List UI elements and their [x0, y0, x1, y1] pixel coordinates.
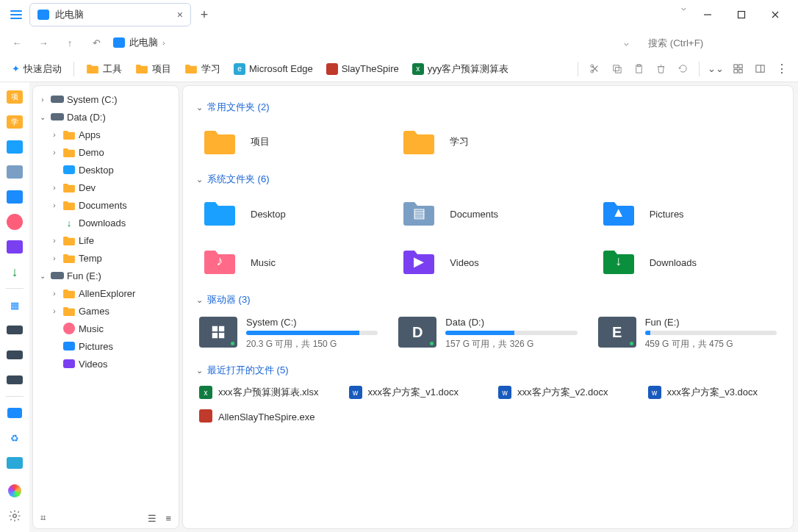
copy-icon[interactable] — [608, 60, 625, 78]
section-favorites[interactable]: ⌄ 常用文件夹 (2) — [196, 101, 780, 114]
launcher-pin-1[interactable]: 项 — [4, 87, 25, 107]
launcher-pin-2[interactable]: 学 — [4, 112, 25, 132]
up-button[interactable]: ↑ — [60, 33, 79, 52]
more-icon[interactable]: ⋮ — [773, 60, 791, 78]
close-button[interactable] — [758, 3, 792, 26]
tree-expander[interactable]: ⌄ — [37, 272, 48, 280]
hamburger-button[interactable] — [6, 4, 26, 25]
panel-toggle-icon[interactable] — [751, 60, 769, 78]
launcher-desktop[interactable] — [4, 137, 25, 157]
system-folder[interactable]: ↓ Downloads — [595, 242, 780, 283]
breadcrumb[interactable]: 此电脑 › — [113, 36, 609, 49]
drive-item[interactable]: System (C:) 20.3 G 可用，共 150 G — [196, 314, 381, 353]
launcher-monitor[interactable] — [4, 403, 25, 423]
new-tab-button[interactable]: + — [194, 4, 215, 25]
drive-item[interactable]: D Data (D:) 157 G 可用，共 326 G — [395, 314, 580, 353]
drive-item[interactable]: E Fun (E:) 459 G 可用，共 475 G — [595, 314, 780, 353]
settings-button[interactable] — [4, 506, 25, 526]
address-dropdown[interactable]: ⌵ — [617, 38, 636, 48]
section-system-folders[interactable]: ⌄ 系统文件夹 (6) — [196, 173, 780, 186]
tree-expand-icon[interactable]: ≡ — [165, 513, 171, 524]
tree-expander[interactable]: › — [49, 307, 60, 315]
minimize-button[interactable] — [691, 3, 725, 26]
launcher-control[interactable] — [4, 453, 25, 473]
launcher-downloads[interactable]: ↓ — [4, 262, 25, 282]
system-folder[interactable]: ▤ Documents — [395, 193, 580, 234]
launcher-drive-2[interactable] — [4, 345, 25, 365]
back-button[interactable]: ← — [7, 33, 26, 52]
delete-icon[interactable] — [652, 60, 669, 78]
recent-file[interactable]: AllenSlayTheSpire.exe — [196, 408, 331, 426]
recent-file[interactable]: x xxx客户预算测算表.xlsx — [196, 384, 331, 400]
tree-item[interactable]: › Life — [33, 231, 179, 249]
launcher-documents[interactable] — [4, 162, 25, 182]
tree-item[interactable]: › Temp — [33, 249, 179, 267]
tab-close-button[interactable]: × — [177, 9, 183, 21]
bookmark-item[interactable]: e Microsoft Edge — [229, 60, 317, 78]
window-menu-chevron[interactable]: ⌵ — [681, 3, 686, 26]
tree-item[interactable]: Pictures — [33, 337, 179, 355]
tree-expander[interactable]: ⌄ — [37, 113, 48, 121]
recent-file[interactable]: w xxx客户方案_v2.docx — [495, 384, 630, 400]
tree-item[interactable]: › Apps — [33, 126, 179, 143]
tree-tool-1[interactable]: ⌗ — [40, 512, 46, 524]
tree-expander[interactable]: › — [49, 237, 60, 245]
bookmark-item[interactable]: x yyy客户预算测算表 — [408, 60, 514, 78]
favorite-folder[interactable]: 项目 — [196, 121, 381, 162]
quick-launch-button[interactable]: ✦ 快速启动 — [7, 60, 66, 78]
recent-file[interactable]: w xxx客户方案_v1.docx — [346, 384, 481, 400]
cut-icon[interactable] — [586, 60, 603, 78]
tree-item[interactable]: Music — [33, 320, 179, 337]
tree-item[interactable]: ↓ Downloads — [33, 214, 179, 231]
undo-button[interactable]: ↶ — [87, 33, 106, 52]
tree-expander[interactable]: › — [49, 148, 60, 157]
tree-drive-d[interactable]: ⌄ Data (D:) — [33, 108, 179, 126]
launcher-drive-3[interactable] — [4, 370, 25, 390]
tree-item[interactable]: Videos — [33, 355, 179, 373]
maximize-button[interactable] — [725, 3, 758, 26]
tree-collapse-icon[interactable]: ☰ — [148, 513, 157, 524]
tree-item[interactable]: › Games — [33, 302, 179, 320]
tree-expander[interactable]: › — [49, 290, 60, 298]
favorite-folder[interactable]: 学习 — [395, 121, 580, 162]
recent-file[interactable]: w xxx客户方案_v3.docx — [645, 384, 780, 400]
tree-expander[interactable]: › — [37, 96, 48, 104]
system-folder[interactable]: ▶ Videos — [395, 242, 580, 283]
bookmark-item[interactable]: 项目 — [131, 60, 176, 78]
tree-expander[interactable]: › — [49, 201, 60, 209]
launcher-apps[interactable]: ▦ — [4, 295, 25, 315]
system-folder[interactable]: ♪ Music — [196, 242, 381, 283]
launcher-pictures[interactable] — [4, 187, 25, 207]
tab-this-pc[interactable]: 此电脑 × — [29, 3, 191, 26]
drive-usage-text: 20.3 G 可用，共 150 G — [246, 338, 378, 351]
double-chevron-down-icon[interactable]: ⌄⌄ — [707, 60, 725, 78]
tree-item[interactable]: › AllenExplorer — [33, 284, 179, 302]
tree-drive-c[interactable]: › System (C:) — [33, 90, 179, 108]
system-folder[interactable]: Desktop — [196, 193, 381, 234]
history-icon[interactable] — [674, 60, 691, 78]
paste-icon[interactable] — [630, 60, 647, 78]
grid-view-icon[interactable] — [729, 60, 747, 78]
section-drives[interactable]: ⌄ 驱动器 (3) — [196, 293, 780, 306]
tree-item[interactable]: › Dev — [33, 179, 179, 196]
launcher-color[interactable] — [4, 481, 25, 501]
tree-expander[interactable]: › — [49, 254, 60, 262]
tree-item[interactable]: Desktop — [33, 161, 179, 179]
bookmark-item[interactable]: SlayTheSpire — [322, 60, 403, 78]
bookmark-item[interactable]: 学习 — [180, 60, 225, 78]
launcher-videos[interactable] — [4, 237, 25, 257]
tree-drive-e[interactable]: ⌄ Fun (E:) — [33, 267, 179, 284]
tree-item[interactable]: › Demo — [33, 143, 179, 161]
tree-item[interactable]: › Documents — [33, 196, 179, 214]
bookmark-item[interactable]: 工具 — [82, 60, 126, 78]
tree-expander[interactable]: › — [49, 184, 60, 192]
svg-rect-15 — [212, 333, 218, 338]
tree-expander[interactable]: › — [49, 131, 60, 139]
launcher-drive-1[interactable] — [4, 320, 25, 340]
search-input[interactable] — [644, 35, 791, 51]
launcher-recycle[interactable]: ♻ — [4, 428, 25, 448]
section-recent[interactable]: ⌄ 最近打开的文件 (5) — [196, 364, 780, 377]
launcher-music[interactable] — [4, 212, 25, 232]
system-folder[interactable]: ▲ Pictures — [595, 193, 780, 234]
forward-button[interactable]: → — [34, 33, 53, 52]
